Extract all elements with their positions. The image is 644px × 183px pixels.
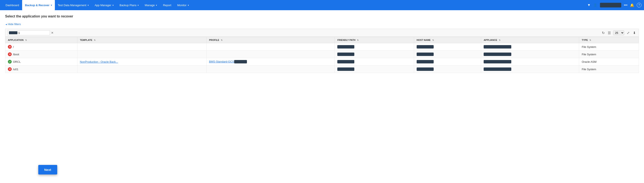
nav-manage[interactable]: Manage ▾ [142, 0, 160, 10]
sort-profile-icon: ⇅ [221, 39, 222, 41]
col-appliance[interactable]: APPLIANCE ⇅ [481, 37, 579, 43]
chevron-down-icon: ▾ [188, 4, 189, 6]
cell-host-name: 1 [414, 66, 481, 73]
friendly-path-blurred: 1 [337, 45, 354, 48]
sort-appliance-icon: ⇅ [499, 39, 500, 41]
page-content: Select the application you want to recov… [0, 10, 644, 183]
table-header-row: APPLICATION ⇅ TEMPLATE ⇅ PROFILE ⇅ FRIEN… [5, 37, 639, 43]
cell-host-name: 1 [414, 43, 481, 51]
col-application[interactable]: APPLICATION ⇅ [5, 37, 78, 43]
col-friendly-path[interactable]: FRIENDLY PATH ⇅ [335, 37, 414, 43]
status-error-icon: ✕ [8, 52, 12, 56]
cell-host-name: 1 [414, 51, 481, 58]
cell-profile [206, 51, 334, 58]
cell-friendly-path: 1 [335, 51, 414, 58]
filter-icon[interactable]: ▼ [587, 3, 590, 7]
cell-profile[interactable]: BMS-Standard-GCS [206, 58, 334, 66]
table-row[interactable]: ✕ /u01 1 1 bms- File System [5, 66, 639, 73]
ellipsis-icon[interactable]: ••• [624, 3, 628, 7]
next-button[interactable]: Next [38, 165, 57, 174]
sort-type-icon: ⇅ [589, 39, 591, 41]
sort-host-name-icon: ⇅ [432, 39, 434, 41]
per-page-select[interactable]: 25 50 100 [613, 30, 624, 35]
appliance-blurred: bms- [484, 68, 511, 71]
status-ok-icon: ✓ [8, 60, 12, 64]
nav-dashboard[interactable]: Dashboard [2, 0, 22, 10]
col-host-name[interactable]: HOST NAME ⇅ [414, 37, 481, 43]
cell-type: Oracle ASM [579, 58, 639, 66]
bell-icon[interactable]: 🔔 [630, 3, 634, 7]
host-name-blurred: 1 [417, 60, 434, 64]
sort-template-icon: ⇅ [94, 39, 96, 41]
cell-friendly-path: 1 [335, 43, 414, 51]
data-table: APPLICATION ⇅ TEMPLATE ⇅ PROFILE ⇅ FRIEN… [5, 37, 639, 73]
template-link[interactable]: NonProduction - Oracle Back... [80, 60, 118, 64]
search-box: ✕ [8, 30, 50, 35]
nav-right-icons: ▼ 👤 ••• 🔔 ? [587, 3, 642, 8]
chevron-down-icon: ▾ [88, 4, 89, 6]
appliance-blurred: bms- [484, 52, 511, 56]
chevron-down-icon: ▾ [51, 4, 52, 6]
friendly-path-blurred: 1 [337, 52, 354, 56]
status-error-icon: ✕ [8, 45, 12, 49]
host-name-blurred: 1 [417, 52, 434, 56]
col-type[interactable]: TYPE ⇅ [579, 37, 639, 43]
refresh-icon[interactable]: ↻ [601, 30, 606, 35]
page-title: Select the application you want to recov… [5, 14, 639, 18]
chevron-down-icon: ▾ [156, 4, 157, 6]
cell-friendly-path: 1 [335, 66, 414, 73]
cell-type: File System [579, 43, 639, 51]
table-row[interactable]: ✕ /boot 1 1 bms- File System [5, 51, 639, 58]
appliance-blurred: bms- [484, 45, 511, 48]
nav-backup-plans[interactable]: Backup Plans ▾ [116, 0, 142, 10]
cell-application: ✕ /boot [5, 51, 78, 58]
cell-profile [206, 66, 334, 73]
friendly-path-blurred: 1 [337, 68, 354, 71]
profile-blurred [234, 60, 247, 64]
host-name-blurred: 1 [417, 68, 434, 71]
download-icon[interactable]: ⬇ [632, 30, 636, 35]
nav-report[interactable]: Report [160, 0, 174, 10]
friendly-path-blurred: 1 [337, 60, 354, 64]
cell-appliance: bms- [481, 66, 579, 73]
toolbar-right: ↻ ||| 25 50 100 ⤢ ⬇ [601, 30, 636, 35]
help-icon[interactable]: ? [637, 3, 642, 8]
cell-appliance: bms- [481, 51, 579, 58]
profile-link[interactable]: BMS-Standard-GCS [209, 60, 247, 63]
cell-application: ✓ ORCL [5, 58, 78, 66]
col-profile[interactable]: PROFILE ⇅ [206, 37, 334, 43]
cell-type: File System [579, 51, 639, 58]
user-icon[interactable]: 👤 [593, 3, 598, 7]
cell-appliance: bms- [481, 58, 579, 66]
nav-test-data[interactable]: Test Data Management ▾ [55, 0, 92, 10]
expand-icon[interactable]: ⤢ [626, 30, 630, 35]
table-row[interactable]: ✓ ORCL NonProduction - Oracle Back... BM… [5, 58, 639, 66]
nav-backup-recover[interactable]: Backup & Recover ▾ [22, 0, 55, 10]
hide-filters-link[interactable]: Hide filters [5, 22, 21, 26]
navbar: Dashboard Backup & Recover ▾ Test Data M… [0, 0, 644, 10]
toolbar: ✕ ↻ ||| 25 50 100 ⤢ ⬇ [5, 29, 639, 37]
cell-type: File System [579, 66, 639, 73]
nav-monitor[interactable]: Monitor ▾ [174, 0, 192, 10]
sort-friendly-path-icon: ⇅ [357, 39, 358, 41]
cell-appliance: bms- [481, 43, 579, 51]
sort-application-icon: ⇅ [25, 39, 27, 41]
cell-host-name: 1 [414, 58, 481, 66]
status-error-icon: ✕ [8, 67, 12, 71]
search-input[interactable] [18, 31, 50, 34]
user-name-blurred [600, 3, 621, 8]
chevron-down-icon: ▾ [112, 4, 114, 6]
cell-template [77, 43, 206, 51]
table-row[interactable]: ✕ / 1 1 bms- File System [5, 43, 639, 51]
cell-template [77, 66, 206, 73]
appliance-blurred: bms- [484, 60, 511, 64]
columns-icon[interactable]: ||| [607, 30, 612, 35]
nav-app-manager[interactable]: App Manager ▾ [92, 0, 116, 10]
clear-search-button[interactable]: ✕ [51, 31, 54, 34]
cell-application: ✕ / [5, 43, 78, 51]
chevron-down-icon: ▾ [138, 4, 139, 6]
cell-template[interactable]: NonProduction - Oracle Back... [77, 58, 206, 66]
cell-friendly-path: 1 [335, 58, 414, 66]
cell-template [77, 51, 206, 58]
col-template[interactable]: TEMPLATE ⇅ [77, 37, 206, 43]
